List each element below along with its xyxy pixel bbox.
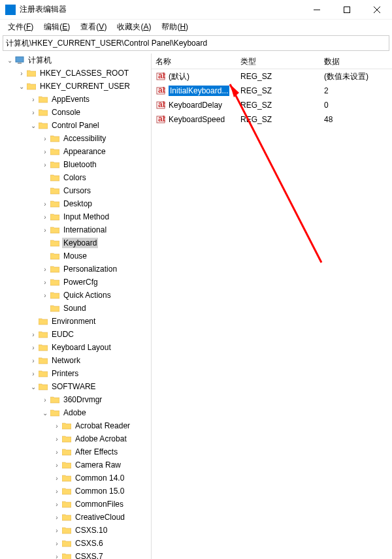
expand-icon[interactable]: · bbox=[41, 174, 50, 182]
menu-file[interactable]: 文件(F) bbox=[3, 20, 39, 34]
expand-icon[interactable]: › bbox=[17, 70, 26, 77]
list-row[interactable]: abInitialKeyboard...REG_SZ2 bbox=[152, 84, 392, 98]
expand-icon[interactable]: › bbox=[29, 344, 38, 351]
minimize-button[interactable] bbox=[302, 0, 332, 20]
tree-node-c15[interactable]: ›Common 15.0 bbox=[0, 485, 151, 498]
tree-node-env[interactable]: ·Environment bbox=[0, 315, 151, 328]
expand-icon[interactable]: › bbox=[41, 200, 50, 208]
close-button[interactable] bbox=[362, 0, 392, 20]
tree-node-cf[interactable]: ›CommonFiles bbox=[0, 498, 151, 511]
menu-view[interactable]: 查看(V) bbox=[75, 20, 112, 34]
folder-icon bbox=[50, 304, 60, 313]
tree-node-cursors[interactable]: ·Cursors bbox=[0, 184, 151, 197]
tree-node-intl[interactable]: ›International bbox=[0, 223, 151, 236]
expand-icon[interactable]: › bbox=[52, 527, 61, 534]
expand-icon[interactable]: · bbox=[41, 187, 50, 195]
folder-icon bbox=[50, 408, 60, 417]
content: ⌄计算机›HKEY_CLASSES_ROOT⌄HKEY_CURRENT_USER… bbox=[0, 54, 392, 559]
tree-node-drv[interactable]: ›360Drvmgr bbox=[0, 393, 151, 406]
tree-node-c14[interactable]: ›Common 14.0 bbox=[0, 471, 151, 485]
tree-node-quick[interactable]: ›Quick Actions bbox=[0, 289, 151, 302]
expand-icon[interactable]: › bbox=[41, 135, 50, 142]
expand-icon[interactable]: › bbox=[29, 331, 38, 338]
expand-icon[interactable]: › bbox=[29, 370, 38, 377]
expand-icon[interactable]: › bbox=[52, 462, 61, 469]
expand-icon[interactable]: › bbox=[41, 161, 50, 168]
tree-node-console[interactable]: ›Console bbox=[0, 106, 151, 119]
expand-icon[interactable]: · bbox=[29, 318, 38, 325]
expand-icon[interactable]: · bbox=[41, 240, 50, 247]
tree-node-ar[interactable]: ›Acrobat Reader bbox=[0, 419, 151, 432]
expand-icon[interactable]: › bbox=[29, 109, 38, 116]
expand-icon[interactable]: › bbox=[41, 214, 50, 221]
value-data: 2 bbox=[320, 85, 392, 97]
tree-node-colors[interactable]: ·Colors bbox=[0, 171, 151, 184]
tree-node-hkcr[interactable]: ›HKEY_CLASSES_ROOT bbox=[0, 67, 151, 80]
tree-node-aa[interactable]: ›Adobe Acrobat bbox=[0, 432, 151, 445]
tree-node-root[interactable]: ⌄计算机 bbox=[0, 54, 151, 67]
menu-help[interactable]: 帮助(H) bbox=[156, 20, 193, 34]
expand-icon[interactable]: › bbox=[41, 292, 50, 299]
expand-icon[interactable]: ⌄ bbox=[5, 57, 14, 64]
expand-icon[interactable]: ⌄ bbox=[17, 83, 26, 90]
tree-node-cc[interactable]: ›CreativeCloud bbox=[0, 511, 151, 524]
expand-icon[interactable]: › bbox=[52, 488, 61, 495]
tree-node-power[interactable]: ›PowerCfg bbox=[0, 276, 151, 289]
tree-node-mouse[interactable]: ·Mouse bbox=[0, 249, 151, 263]
tree-node-sound[interactable]: ·Sound bbox=[0, 302, 151, 315]
tree-node-network[interactable]: ›Network bbox=[0, 354, 151, 367]
tree-node-bt[interactable]: ›Bluetooth bbox=[0, 158, 151, 171]
expand-icon[interactable]: › bbox=[52, 449, 61, 456]
tree-node-cp[interactable]: ⌄Control Panel bbox=[0, 119, 151, 132]
expand-icon[interactable]: › bbox=[52, 553, 61, 560]
expand-icon[interactable]: › bbox=[29, 96, 38, 103]
tree-node-acc[interactable]: ›Accessibility bbox=[0, 132, 151, 145]
list-row[interactable]: abKeyboardSpeedREG_SZ48 bbox=[152, 112, 392, 127]
tree-node-kblayout[interactable]: ›Keyboard Layout bbox=[0, 341, 151, 354]
tree-label: Common 14.0 bbox=[74, 473, 125, 483]
expand-icon[interactable]: · bbox=[41, 305, 50, 312]
tree-node-appear[interactable]: ›Appearance bbox=[0, 145, 151, 158]
expand-icon[interactable]: ⌄ bbox=[29, 122, 38, 129]
column-type[interactable]: 类型 bbox=[237, 54, 320, 69]
tree-node-input[interactable]: ›Input Method bbox=[0, 210, 151, 223]
tree-node-csxs10[interactable]: ›CSXS.10 bbox=[0, 524, 151, 537]
expand-icon[interactable]: › bbox=[41, 396, 50, 404]
expand-icon[interactable]: ⌄ bbox=[41, 409, 50, 417]
tree-node-printers[interactable]: ›Printers bbox=[0, 367, 151, 380]
expand-icon[interactable]: › bbox=[52, 501, 61, 508]
expand-icon[interactable]: › bbox=[52, 423, 61, 430]
menu-favorites[interactable]: 收藏夹(A) bbox=[112, 20, 156, 34]
tree-node-desktop[interactable]: ›Desktop bbox=[0, 197, 151, 210]
tree-node-hkcu[interactable]: ⌄HKEY_CURRENT_USER bbox=[0, 80, 151, 93]
tree-node-csxs7[interactable]: ›CSXS.7 bbox=[0, 550, 151, 559]
tree-node-keyboard[interactable]: ·Keyboard bbox=[0, 236, 151, 249]
tree-node-cr[interactable]: ›Camera Raw bbox=[0, 458, 151, 471]
tree-node-appev[interactable]: ›AppEvents bbox=[0, 93, 151, 106]
expand-icon[interactable]: › bbox=[41, 148, 50, 155]
tree-node-csxs6[interactable]: ›CSXS.6 bbox=[0, 537, 151, 550]
tree-node-software[interactable]: ⌄SOFTWARE bbox=[0, 380, 151, 393]
tree-view[interactable]: ⌄计算机›HKEY_CLASSES_ROOT⌄HKEY_CURRENT_USER… bbox=[0, 54, 152, 559]
tree-node-eudc[interactable]: ›EUDC bbox=[0, 328, 151, 341]
tree-node-ae[interactable]: ›After Effects bbox=[0, 445, 151, 458]
menu-edit[interactable]: 编辑(E) bbox=[39, 20, 75, 34]
column-name[interactable]: 名称 bbox=[152, 54, 237, 69]
expand-icon[interactable]: › bbox=[41, 227, 50, 234]
expand-icon[interactable]: › bbox=[29, 357, 38, 364]
expand-icon[interactable]: › bbox=[52, 514, 61, 521]
expand-icon[interactable]: › bbox=[52, 540, 61, 547]
maximize-button[interactable] bbox=[332, 0, 362, 20]
tree-node-adobe[interactable]: ⌄Adobe bbox=[0, 406, 151, 419]
expand-icon[interactable]: › bbox=[52, 436, 61, 443]
list-row[interactable]: ab(默认)REG_SZ(数值未设置) bbox=[152, 69, 392, 84]
expand-icon[interactable]: › bbox=[52, 475, 61, 482]
expand-icon[interactable]: › bbox=[41, 266, 50, 273]
expand-icon[interactable]: ⌄ bbox=[29, 383, 38, 391]
expand-icon[interactable]: · bbox=[41, 253, 50, 260]
tree-node-pers[interactable]: ›Personalization bbox=[0, 263, 151, 276]
address-bar[interactable]: 计算机\HKEY_CURRENT_USER\Control Panel\Keyb… bbox=[3, 35, 389, 51]
expand-icon[interactable]: › bbox=[41, 279, 50, 286]
column-data[interactable]: 数据 bbox=[320, 54, 392, 69]
list-row[interactable]: abKeyboardDelayREG_SZ0 bbox=[152, 98, 392, 112]
